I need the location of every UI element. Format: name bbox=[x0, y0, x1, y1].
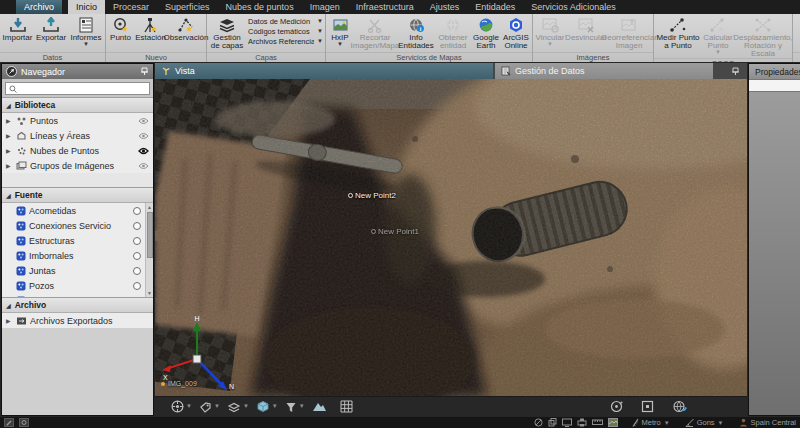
scrollbar[interactable]: ▲ ▼ bbox=[145, 203, 153, 297]
radio-icon[interactable] bbox=[133, 222, 141, 230]
status-image-button[interactable] bbox=[608, 418, 618, 427]
view-cube-button[interactable]: ▼ bbox=[256, 400, 278, 413]
search-input[interactable] bbox=[20, 84, 146, 93]
status-printer-button[interactable] bbox=[577, 418, 587, 427]
section-archivo[interactable]: ◢ Archivo bbox=[2, 297, 153, 313]
tree-item-puntos[interactable]: ▶ Puntos bbox=[2, 113, 153, 128]
new-station-button[interactable]: Estación bbox=[134, 15, 167, 42]
translate-rotate-scale-button[interactable]: Desplazamiento, Rotación y Escala bbox=[735, 15, 791, 58]
chevron-down-icon[interactable]: ▼ bbox=[272, 404, 278, 409]
menu-tab-nubes-de-puntos[interactable]: Nubes de puntos bbox=[218, 0, 302, 14]
radio-icon[interactable] bbox=[133, 237, 141, 245]
menu-tab-archivo[interactable]: Archivo bbox=[16, 0, 62, 14]
filter-button[interactable]: ▼ bbox=[285, 401, 305, 413]
import-button[interactable]: Importar bbox=[1, 15, 34, 42]
tree-item-grupos-de-imagenes[interactable]: ▶ Grupos de Imágenes bbox=[2, 158, 153, 173]
menu-tab-inicio[interactable]: Inicio bbox=[68, 0, 105, 14]
chevron-down-icon[interactable]: ▼ bbox=[243, 404, 249, 409]
scroll-down-icon[interactable]: ▼ bbox=[147, 289, 152, 297]
scroll-up-icon[interactable]: ▲ bbox=[147, 203, 152, 211]
arcgis-online-button[interactable]: ArcGIS Online bbox=[501, 15, 531, 50]
search-box[interactable] bbox=[5, 82, 150, 95]
units-selector[interactable]: Metro ▼ bbox=[631, 418, 670, 427]
visibility-eye-icon[interactable] bbox=[138, 147, 149, 155]
surface-button[interactable] bbox=[312, 401, 327, 412]
google-earth-button[interactable]: Google Earth bbox=[471, 15, 501, 50]
coordinate-system-selector[interactable]: Spain Central bbox=[739, 418, 796, 427]
expander-icon[interactable]: ▶ bbox=[6, 147, 13, 154]
chevron-down-icon[interactable]: ▼ bbox=[299, 404, 305, 409]
menu-tab-imagen[interactable]: Imagen bbox=[302, 0, 348, 14]
menu-tab-infraestructura[interactable]: Infraestructura bbox=[348, 0, 422, 14]
new-point-button[interactable]: Punto bbox=[107, 15, 134, 42]
properties-field[interactable] bbox=[749, 79, 800, 92]
visibility-eye-icon[interactable] bbox=[138, 132, 149, 140]
export-button[interactable]: Exportar bbox=[34, 15, 68, 42]
angle-units-selector[interactable]: Gons ▼ bbox=[685, 418, 724, 427]
status-copy-button[interactable] bbox=[548, 418, 557, 427]
expander-icon[interactable]: ▶ bbox=[6, 117, 13, 124]
menu-tab-procesar[interactable]: Procesar bbox=[105, 0, 157, 14]
radio-icon[interactable] bbox=[133, 252, 141, 260]
menu-tab-ajustes[interactable]: Ajustes bbox=[422, 0, 468, 14]
grid-button[interactable] bbox=[340, 400, 353, 413]
radio-icon[interactable] bbox=[133, 207, 141, 215]
visibility-eye-icon[interactable] bbox=[138, 117, 149, 125]
tab-vista[interactable]: Vista bbox=[155, 63, 493, 79]
expander-icon[interactable]: ▶ bbox=[6, 317, 13, 324]
section-fuente[interactable]: ◢ Fuente bbox=[2, 187, 153, 203]
layer-item-pozos[interactable]: Pozos bbox=[2, 278, 145, 293]
hxip-button[interactable]: HxIP ▼ bbox=[327, 15, 353, 47]
point-marker-new-point1[interactable]: New Point1 bbox=[371, 227, 419, 236]
label-style-button[interactable]: ▼ bbox=[199, 401, 220, 413]
sync-globe-button[interactable] bbox=[672, 400, 687, 413]
expander-icon[interactable]: ▶ bbox=[6, 162, 13, 169]
radio-icon[interactable] bbox=[133, 282, 141, 290]
expander-icon[interactable]: ▶ bbox=[6, 132, 13, 139]
layer-manager-button[interactable]: Gestión de capas bbox=[208, 15, 246, 50]
snapshot-status-button[interactable] bbox=[19, 418, 29, 427]
status-ruler-button[interactable] bbox=[592, 418, 603, 426]
measure-point-to-point-button[interactable]: Medir Punto a Punto bbox=[655, 15, 701, 50]
scroll-thumb[interactable] bbox=[147, 212, 153, 258]
georeference-image-button[interactable]: Georreferenciar Imagen bbox=[606, 15, 652, 50]
visibility-eye-icon[interactable] bbox=[138, 162, 149, 170]
render-canvas[interactable]: New Point2 New Point1 IMG_009 H bbox=[155, 79, 747, 396]
chevron-down-icon[interactable]: ▼ bbox=[214, 404, 220, 409]
status-display-button[interactable] bbox=[562, 418, 572, 427]
crop-image-button[interactable]: Recortar Imagen/Mapa bbox=[353, 15, 397, 50]
new-observation-button[interactable]: Observación bbox=[167, 15, 205, 42]
tab-pin-icon[interactable] bbox=[731, 63, 740, 79]
reports-button[interactable]: Informes ▼ bbox=[68, 15, 104, 47]
section-biblioteca[interactable]: ◢ Biblioteca bbox=[2, 97, 153, 113]
status-snap-button[interactable] bbox=[534, 418, 543, 427]
layer-item-registros-acometida[interactable]: Registros Acometida bbox=[2, 293, 145, 297]
pin-icon[interactable] bbox=[140, 67, 149, 76]
render-mode-button[interactable]: ▼ bbox=[171, 400, 192, 413]
layer-item-imbornales[interactable]: Imbornales bbox=[2, 248, 145, 263]
tree-item-nubes-de-puntos[interactable]: ▶ Nubes de Puntos bbox=[2, 143, 153, 158]
chevron-down-icon[interactable]: ▼ bbox=[186, 404, 192, 409]
compute-point-button[interactable]: Calcular Punto ▼ bbox=[701, 15, 735, 55]
layer-item-estructuras[interactable]: Estructuras bbox=[2, 233, 145, 248]
tree-item-archivos-exportados[interactable]: ▶ Archivos Exportados bbox=[2, 313, 153, 328]
menu-tab-superficies[interactable]: Superficies bbox=[157, 0, 218, 14]
measurement-data-menu[interactable]: Datos de Medición▼ bbox=[248, 17, 323, 26]
referenced-files-menu[interactable]: Archivos Referenciados▼ bbox=[248, 37, 323, 46]
layers-view-button[interactable]: ▼ bbox=[227, 401, 249, 413]
fit-view-button[interactable] bbox=[641, 400, 654, 413]
tree-item-lineas-y-areas[interactable]: ▶ Líneas y Áreas bbox=[2, 128, 153, 143]
menu-tab-entidades[interactable]: Entidades bbox=[467, 0, 523, 14]
layer-item-conexiones-servicio[interactable]: Conexiones Servicio bbox=[2, 218, 145, 233]
radio-icon[interactable] bbox=[133, 267, 141, 275]
thematic-codes-menu[interactable]: Códigos temáticos▼ bbox=[248, 27, 323, 36]
tab-gestion-de-datos[interactable]: Gestión de Datos bbox=[495, 63, 713, 79]
info-entities-button[interactable]: i Info Entidades bbox=[397, 15, 435, 50]
layer-item-juntas[interactable]: Juntas bbox=[2, 263, 145, 278]
get-entity-button[interactable]: Obtener entidad bbox=[435, 15, 471, 50]
radio-icon[interactable] bbox=[133, 297, 141, 298]
menu-tab-servicios-adicionales[interactable]: Servicios Adicionales bbox=[523, 0, 624, 14]
point-marker-new-point2[interactable]: New Point2 bbox=[348, 191, 396, 200]
orbit-button[interactable] bbox=[610, 400, 623, 413]
coordinates-button[interactable]: Coo bbox=[794, 15, 800, 37]
